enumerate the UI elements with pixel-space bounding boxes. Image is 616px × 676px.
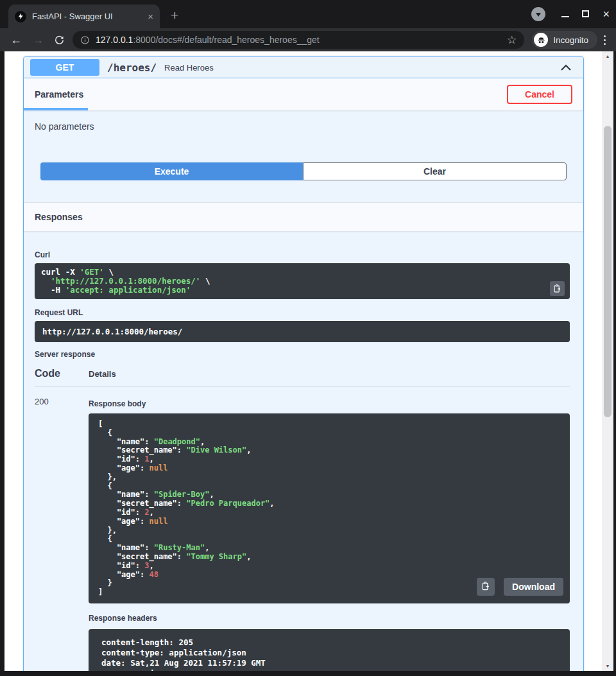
caret-down-icon <box>536 13 541 17</box>
opblock-get-heroes: GET /heroes/ Read Heroes Parameters Canc… <box>23 56 584 671</box>
response-headers-block: content-length: 205content-type: applica… <box>89 629 570 671</box>
incognito-icon <box>534 33 548 47</box>
request-url-value: http://127.0.0.1:8000/heroes/ <box>42 327 562 336</box>
browser-menu-button[interactable] <box>604 35 606 45</box>
address-bar[interactable]: 127.0.0.1:8000/docs#/default/read_heroes… <box>73 31 524 49</box>
no-parameters-text: No parameters <box>35 121 572 132</box>
incognito-label: Incognito <box>553 35 588 45</box>
curl-command-block: curl -X 'GET' \ 'http://127.0.0.1:8000/h… <box>35 263 570 299</box>
window-maximize-button[interactable] <box>582 10 589 17</box>
copy-curl-button[interactable] <box>550 281 565 296</box>
details-column-header: Details <box>89 369 116 379</box>
reload-button[interactable] <box>54 35 65 46</box>
responses-body: Curl curl -X 'GET' \ 'http://127.0.0.1:8… <box>24 231 583 671</box>
new-tab-button[interactable]: + <box>171 8 178 23</box>
incognito-badge: Incognito <box>532 31 597 49</box>
site-info-icon[interactable] <box>80 35 90 45</box>
swagger-page: GET /heroes/ Read Heroes Parameters Canc… <box>4 51 602 671</box>
active-tab-underline <box>24 108 88 110</box>
curl-label: Curl <box>35 250 570 259</box>
url-path: :8000/docs#/default/read_heroes_heroes__… <box>133 35 319 45</box>
browser-toolbar: ← → 127.0.0.1:8000/docs#/default/read_he… <box>0 28 616 51</box>
back-button[interactable]: ← <box>10 34 22 46</box>
parameters-title: Parameters <box>35 89 83 100</box>
request-url-block: http://127.0.0.1:8000/heroes/ <box>35 321 570 342</box>
scroll-down-arrow-icon[interactable]: ▼ <box>602 664 613 668</box>
responses-header: Responses <box>24 202 583 231</box>
window-minimize-button[interactable] <box>561 16 569 17</box>
endpoint-summary: Read Heroes <box>164 63 555 73</box>
request-url-label: Request URL <box>35 308 570 317</box>
response-row-200: 200 Response body [ { "name": "Deadpond"… <box>35 386 570 671</box>
download-button[interactable]: Download <box>504 578 563 596</box>
copy-response-button[interactable] <box>477 578 495 596</box>
execute-row: Execute Clear <box>40 162 567 180</box>
tab-search-button[interactable] <box>531 7 545 21</box>
responses-title: Responses <box>35 212 83 222</box>
http-method-badge: GET <box>30 59 99 76</box>
response-body-block: [ { "name": "Deadpond", "secret_name": "… <box>89 413 570 603</box>
tab-title: FastAPI - Swagger UI <box>32 12 144 21</box>
server-response-label: Server response <box>35 350 570 359</box>
cancel-button[interactable]: Cancel <box>507 85 572 104</box>
curl-command-code: curl -X 'GET' \ 'http://127.0.0.1:8000/h… <box>41 268 563 295</box>
forward-button[interactable]: → <box>32 34 44 46</box>
bookmark-star-icon[interactable]: ☆ <box>502 33 517 47</box>
page-scrollbar[interactable]: ▲ ▼ <box>602 51 613 671</box>
scrollbar-thumb[interactable] <box>604 126 612 417</box>
clear-button[interactable]: Clear <box>303 162 567 180</box>
execute-button[interactable]: Execute <box>40 162 303 180</box>
browser-tab[interactable]: FastAPI - Swagger UI × <box>8 4 160 28</box>
opblock-summary[interactable]: GET /heroes/ Read Heroes <box>24 57 583 78</box>
parameters-body: No parameters Execute Clear <box>24 110 583 202</box>
collapse-chevron-up-icon[interactable] <box>555 62 577 74</box>
response-headers-label: Response headers <box>89 614 570 623</box>
status-code: 200 <box>35 395 89 671</box>
scroll-up-arrow-icon[interactable]: ▲ <box>602 54 613 58</box>
response-details: Response body [ { "name": "Deadpond", "s… <box>89 395 570 671</box>
tab-close-icon[interactable]: × <box>148 11 153 22</box>
browser-titlebar: FastAPI - Swagger UI × + × <box>0 0 616 28</box>
url-host: 127.0.0.1 <box>96 35 133 45</box>
response-body-actions: Download <box>477 578 563 596</box>
parameters-header: Parameters Cancel <box>24 78 583 110</box>
response-table-header: Code Details <box>35 368 570 386</box>
endpoint-path: /heroes/ <box>107 62 157 74</box>
code-column-header: Code <box>35 368 89 379</box>
fastapi-favicon-icon <box>15 11 26 22</box>
response-headers-code: content-length: 205content-type: applica… <box>101 637 557 671</box>
response-body-label: Response body <box>89 399 570 408</box>
window-close-button[interactable]: × <box>603 7 610 21</box>
response-body-code: [ { "name": "Deadpond", "secret_name": "… <box>98 420 560 597</box>
